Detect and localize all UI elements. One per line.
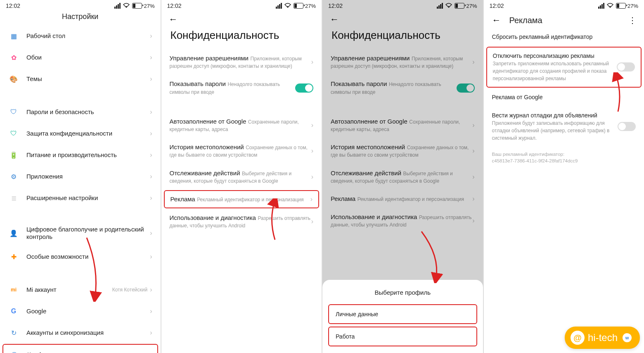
row-security[interactable]: 🛡 Пароли и безопасность ›: [0, 101, 161, 123]
chevron-right-icon: ›: [150, 194, 152, 202]
back-button[interactable]: ←: [330, 14, 339, 25]
battery-icon: [455, 3, 464, 9]
row-google[interactable]: G Google ›: [0, 301, 161, 322]
row-ads[interactable]: Реклама Рекламный идентификатор и персон…: [165, 191, 319, 208]
battery-pct: 27%: [466, 3, 477, 9]
status-bar: 12:02 27%: [161, 0, 322, 10]
clock: 12:02: [328, 2, 343, 9]
row-power[interactable]: 🔋 Питание и производительность ›: [0, 144, 161, 166]
chevron-right-icon: ›: [472, 173, 474, 181]
wifi-icon: [284, 3, 291, 9]
toggle-disable-personalization[interactable]: [617, 62, 635, 72]
row-permissions[interactable]: Управление разрешениями Приложения, кото…: [322, 49, 483, 75]
chevron-right-icon: ›: [150, 253, 152, 260]
signal-icon: [437, 3, 443, 9]
svg-point-2: [448, 6, 450, 7]
more-icon: ≣: [8, 193, 19, 203]
row-advanced[interactable]: ≣ Расширенные настройки ›: [0, 187, 161, 209]
chevron-right-icon: ›: [472, 195, 474, 203]
row-sync[interactable]: ↻ Аккаунты и синхронизация ›: [0, 322, 161, 343]
back-button[interactable]: ←: [169, 14, 178, 25]
wifi-icon: [445, 3, 452, 9]
toggle-debug-log[interactable]: [618, 122, 636, 131]
chevron-right-icon: ›: [149, 351, 151, 353]
battery-pct: 27%: [144, 3, 154, 9]
row-show-passwords[interactable]: Показывать пароли Ненадолго показывать с…: [161, 75, 322, 100]
screen-privacy: 12:02 27% ← Конфиденциальность Управлени…: [161, 0, 322, 353]
row-autofill[interactable]: Автозаполнение от Google Сохраненные пар…: [161, 112, 322, 138]
toggle-show-passwords[interactable]: [457, 83, 475, 93]
row-permissions[interactable]: Управление разрешениями Приложения, кото…: [161, 49, 322, 75]
chevron-right-icon: ›: [311, 122, 313, 129]
row-autofill[interactable]: Автозаполнение от Google Сохраненные пар…: [322, 112, 483, 138]
profile-option-personal[interactable]: Личные данные: [328, 304, 477, 324]
status-right: 27%: [114, 3, 154, 9]
chevron-right-icon: ›: [150, 75, 152, 83]
row-accessibility[interactable]: ✚ Особые возможности ›: [0, 246, 161, 267]
wifi-icon: [123, 3, 130, 9]
row-apps[interactable]: ⚙ Приложения ›: [0, 166, 161, 187]
chevron-right-icon: ›: [150, 151, 152, 159]
profile-option-work[interactable]: Работа: [328, 327, 477, 346]
page-title: Настройки: [0, 10, 161, 25]
themes-icon: 🎨: [8, 74, 19, 84]
row-location-history[interactable]: История местоположений Сохранение данных…: [161, 138, 322, 164]
overflow-menu-icon[interactable]: ⋮: [628, 15, 636, 25]
chevron-right-icon: ›: [150, 286, 152, 293]
row-privacy[interactable]: 👁 Конфиденциальность ›: [3, 345, 157, 353]
highlight-privacy: 👁 Конфиденциальность ›: [2, 344, 158, 353]
status-bar: 12:02 27%: [484, 0, 644, 10]
signal-icon: [114, 3, 121, 9]
battery-pct: 27%: [305, 3, 316, 9]
row-google-ads[interactable]: Реклама от Google: [484, 88, 644, 106]
row-diagnostics[interactable]: Использование и диагностика Разрешить от…: [322, 208, 483, 234]
row-disable-personalization[interactable]: Отключить персонализацию рекламы Запрети…: [487, 48, 641, 87]
settings-list: ▦ Рабочий стол › ✿ Обои › 🎨 Темы › 🛡 Пар…: [0, 25, 161, 353]
screen-settings: 12:02 27% Настройки ▦ Рабочий стол › ✿ О…: [0, 0, 161, 353]
clock: 12:02: [167, 2, 182, 9]
back-button[interactable]: ←: [492, 15, 501, 26]
chevron-right-icon: ›: [311, 173, 313, 181]
screen-ads: 12:02 27% ← Реклама ⋮ Сбросить рекламный…: [484, 0, 644, 353]
row-reset-ad-id[interactable]: Сбросить рекламный идентификатор: [484, 30, 644, 46]
page-title: Конфиденциальность: [322, 27, 483, 49]
mi-icon: mi: [8, 284, 19, 295]
wifi-icon: [607, 3, 613, 9]
row-ads[interactable]: Реклама Рекламный идентификатор и персон…: [322, 190, 483, 208]
row-activity[interactable]: Отслеживание действий Выберите действия …: [161, 164, 322, 190]
chevron-right-icon: ›: [150, 173, 152, 180]
row-mi-account[interactable]: mi Mi аккаунт Котя Котейский ›: [0, 279, 161, 301]
desktop-icon: ▦: [8, 31, 19, 41]
eye-icon: 👁: [9, 349, 20, 353]
battery-icon: [616, 3, 626, 9]
google-icon: G: [8, 306, 19, 317]
chevron-right-icon: ›: [150, 32, 152, 40]
at-icon: @: [571, 331, 585, 345]
profile-sheet: Выберите профиль Личные данные Работа: [322, 280, 483, 353]
row-wellbeing[interactable]: 👤 Цифровое благополучие и родительский к…: [0, 220, 161, 246]
row-wallpaper[interactable]: ✿ Обои ›: [0, 47, 161, 68]
chevron-right-icon: ›: [150, 329, 152, 336]
row-desktop[interactable]: ▦ Рабочий стол ›: [0, 25, 161, 47]
heart-icon: 👤: [8, 228, 19, 239]
status-right: 27%: [276, 3, 316, 9]
gear-icon: ⚙: [8, 171, 19, 182]
page-title: Реклама: [509, 16, 542, 25]
chevron-right-icon: ›: [150, 54, 152, 61]
row-debug-log[interactable]: Вести журнал отладки для объявлений Прил…: [484, 106, 644, 147]
ad-id-label: Ваш рекламный идентификатор:: [484, 151, 644, 157]
row-activity[interactable]: Отслеживание действий Выберите действия …: [322, 164, 483, 190]
page-title: Конфиденциальность: [161, 27, 322, 49]
chevron-right-icon: ›: [472, 147, 474, 155]
toggle-show-passwords[interactable]: [295, 83, 313, 93]
row-privacy-protection[interactable]: 🛡 Защита конфиденциальности ›: [0, 123, 161, 144]
svg-point-0: [126, 6, 127, 7]
row-themes[interactable]: 🎨 Темы ›: [0, 68, 161, 90]
sheet-title: Выберите профиль: [322, 286, 483, 302]
chevron-right-icon: ›: [311, 147, 313, 155]
vk-icon: w: [623, 333, 632, 342]
row-diagnostics[interactable]: Использование и диагностика Разрешить от…: [161, 209, 322, 234]
shield-icon: 🛡: [8, 107, 19, 117]
row-location-history[interactable]: История местоположений Сохранение данных…: [322, 138, 483, 164]
row-show-passwords[interactable]: Показывать пароли Ненадолго показывать с…: [322, 75, 483, 100]
